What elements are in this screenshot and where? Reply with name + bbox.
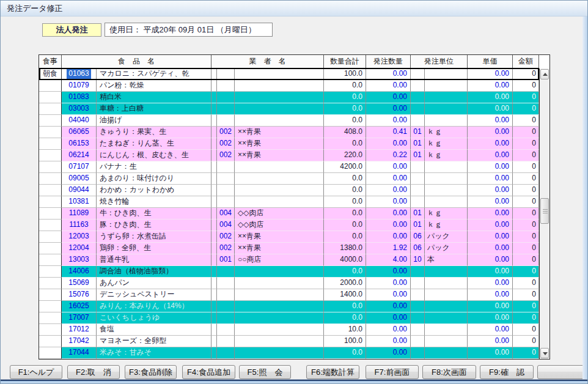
cell-code[interactable]: 09044 <box>62 185 97 196</box>
cell-spacer[interactable] <box>211 127 217 138</box>
cell-qty_total[interactable]: 0.0 <box>324 301 366 312</box>
cell-unit_name[interactable] <box>425 185 468 196</box>
cell-code[interactable]: 06065 <box>62 127 97 138</box>
cell-qty_total[interactable]: 0.0 <box>324 138 366 150</box>
cell-meal[interactable] <box>39 220 62 231</box>
cell-vendor_code[interactable]: 004 <box>217 208 235 220</box>
cell-qty_total[interactable]: 0.0 <box>324 103 366 115</box>
cell-vendor_name[interactable]: ××青果 <box>235 243 324 254</box>
cell-qty_total[interactable]: 100.0 <box>324 336 366 347</box>
cell-order_qty[interactable]: 0.00 <box>366 92 411 103</box>
cell-order_qty[interactable]: 0.00 <box>366 336 411 347</box>
cell-unit_code[interactable] <box>411 115 425 127</box>
cell-unit_name[interactable]: ｋｇ <box>425 138 468 150</box>
cell-qty_total[interactable]: 0.0 <box>324 92 366 103</box>
cell-spacer[interactable] <box>211 336 217 347</box>
cell-unit_code[interactable]: 01 <box>411 220 425 231</box>
cell-unit_code[interactable]: 01 <box>411 208 425 220</box>
cell-unit_code[interactable]: 10 <box>411 254 425 266</box>
cell-unit_price[interactable]: 0.00 <box>468 208 513 220</box>
fkey-button-blank[interactable] <box>537 365 584 379</box>
cell-code[interactable]: 07107 <box>62 161 97 173</box>
fkey-button-f3[interactable]: F3:食品削除 <box>125 365 177 379</box>
cell-unit_code[interactable] <box>411 278 425 289</box>
cell-unit_code[interactable]: 06 <box>411 243 425 254</box>
cell-name[interactable]: 鶏卵：全卵、生 <box>97 243 211 254</box>
cell-qty_total[interactable]: 220.0 <box>324 150 366 161</box>
cell-order_qty[interactable]: 0.00 <box>366 220 411 231</box>
cell-vendor_name[interactable] <box>235 278 324 289</box>
table-row[interactable]: 13003普通牛乳001○○商店4000.04.0010本0.000 <box>39 254 539 266</box>
cell-spacer[interactable] <box>211 312 217 324</box>
cell-vendor_code[interactable]: 004 <box>217 220 235 231</box>
cell-qty_total[interactable]: 0.0 <box>324 173 366 185</box>
cell-code[interactable]: 12003 <box>62 231 97 243</box>
cell-amount[interactable]: 0 <box>513 312 539 324</box>
cell-meal[interactable]: 朝食 <box>39 68 62 80</box>
cell-unit_name[interactable] <box>425 103 468 115</box>
cell-qty_total[interactable]: 0.0 <box>324 208 366 220</box>
cell-order_qty[interactable]: 0.00 <box>366 80 411 92</box>
cell-order_qty[interactable]: 0.22 <box>366 150 411 161</box>
cell-vendor_code[interactable]: 001 <box>217 254 235 266</box>
cell-name[interactable]: たまねぎ：りん茎、生 <box>97 138 211 150</box>
cell-vendor_name[interactable] <box>235 80 324 92</box>
cell-unit_code[interactable] <box>411 301 425 312</box>
cell-unit_name[interactable]: ｋｇ <box>425 127 468 138</box>
cell-unit_code[interactable]: 01 <box>411 150 425 161</box>
cell-unit_price[interactable]: 0.00 <box>468 138 513 150</box>
cell-unit_price[interactable]: 0.00 <box>468 324 513 336</box>
table-row[interactable]: 03003車糖：上白糖0.00.000.000 <box>39 103 539 115</box>
cell-code[interactable]: 03003 <box>62 103 97 115</box>
cell-unit_name[interactable] <box>425 312 468 324</box>
fkey-button-f8[interactable]: F8:次画面 <box>422 365 476 379</box>
cell-spacer[interactable] <box>211 324 217 336</box>
table-row[interactable]: 17012食塩10.00.000.000 <box>39 324 539 336</box>
cell-vendor_code[interactable] <box>217 289 235 301</box>
cell-qty_total[interactable]: 0.0 <box>324 231 366 243</box>
cell-unit_code[interactable]: 01 <box>411 138 425 150</box>
cell-amount[interactable]: 0 <box>513 220 539 231</box>
cell-unit_name[interactable] <box>425 68 468 80</box>
cell-meal[interactable] <box>39 301 62 312</box>
cell-meal[interactable] <box>39 347 62 359</box>
cell-meal[interactable] <box>39 138 62 150</box>
cell-unit_price[interactable]: 0.00 <box>468 173 513 185</box>
cell-unit_name[interactable]: ｋｇ <box>425 150 468 161</box>
cell-unit_name[interactable]: 本 <box>425 254 468 266</box>
cell-meal[interactable] <box>39 127 62 138</box>
scrollbar-thumb[interactable] <box>540 198 549 224</box>
cell-code[interactable]: 01083 <box>62 92 97 103</box>
cell-meal[interactable] <box>39 103 62 115</box>
cell-name[interactable]: パン粉：乾燥 <box>97 80 211 92</box>
cell-unit_price[interactable]: 0.00 <box>468 278 513 289</box>
cell-order_qty[interactable]: 0.00 <box>366 289 411 301</box>
cell-name[interactable]: 豚：ひき肉、生 <box>97 220 211 231</box>
cell-name[interactable]: デニッシュペストリー <box>97 289 211 301</box>
cell-unit_code[interactable] <box>411 266 425 278</box>
cell-vendor_name[interactable] <box>235 336 324 347</box>
cell-spacer[interactable] <box>211 278 217 289</box>
cell-order_qty[interactable]: 0.00 <box>366 161 411 173</box>
cell-vendor_name[interactable]: ××青果 <box>235 231 324 243</box>
cell-order_qty[interactable]: 0.41 <box>366 127 411 138</box>
cell-code[interactable]: 17012 <box>62 324 97 336</box>
cell-unit_code[interactable] <box>411 92 425 103</box>
cell-amount[interactable]: 0 <box>513 127 539 138</box>
cell-vendor_code[interactable] <box>217 336 235 347</box>
cell-unit_price[interactable]: 0.00 <box>468 161 513 173</box>
cell-unit_name[interactable] <box>425 115 468 127</box>
cell-unit_price[interactable]: 0.00 <box>468 68 513 80</box>
cell-spacer[interactable] <box>211 266 217 278</box>
cell-amount[interactable]: 0 <box>513 347 539 359</box>
cell-meal[interactable] <box>39 196 62 208</box>
cell-qty_total[interactable]: 0.0 <box>324 312 366 324</box>
cell-unit_code[interactable] <box>411 312 425 324</box>
cell-amount[interactable]: 0 <box>513 289 539 301</box>
cell-meal[interactable] <box>39 289 62 301</box>
cell-name[interactable]: こいくちしょうゆ <box>97 312 211 324</box>
vertical-scrollbar[interactable] <box>539 68 549 359</box>
cell-unit_price[interactable]: 0.00 <box>468 127 513 138</box>
cell-unit_code[interactable] <box>411 289 425 301</box>
cell-amount[interactable]: 0 <box>513 208 539 220</box>
